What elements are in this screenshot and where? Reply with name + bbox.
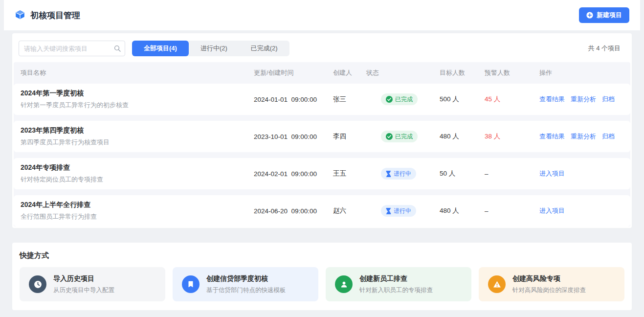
project-name-cell: 2024年上半年全行排查全行范围员工异常行为排查 [21, 201, 254, 221]
clock-icon [29, 275, 46, 293]
status-badge: 已完成 [381, 131, 418, 142]
row-time: 2024-06-20 09:00:00 [254, 207, 333, 215]
shortcut-description: 从历史项目中导入配置 [53, 286, 114, 294]
project-name: 2024年上半年全行排查 [21, 201, 254, 209]
shortcut-card-3[interactable]: 创建高风险专项针对高风险岗位的深度排查 [479, 267, 624, 301]
header-left: 初核项目管理 [15, 10, 80, 21]
row-status-cell: 进行中 [366, 168, 440, 180]
row-actions: 查看结果重新分析归档 [539, 132, 623, 141]
row-time: 2024-01-01 09:00:00 [254, 96, 333, 103]
row-creator: 王五 [333, 169, 366, 178]
table-body: 2024年第一季度初核针对第一季度员工异常行为的初步核查2024-01-01 0… [14, 84, 630, 226]
row-creator: 赵六 [333, 206, 366, 215]
check-circle-icon [386, 133, 393, 140]
filter-tab-0[interactable]: 全部项目(4) [132, 41, 189, 56]
row-time: 2024-02-01 09:00:00 [254, 170, 333, 178]
column-header: 操作 [539, 68, 623, 77]
row-actions: 进入项目 [539, 169, 623, 178]
row-creator: 张三 [333, 95, 366, 104]
shortcut-texts: 创建新员工排查针对新入职员工的专项排查 [359, 274, 433, 294]
project-description: 全行范围员工异常行为排查 [21, 212, 254, 221]
shortcut-grid: 导入历史项目从历史项目中导入配置 创建信贷部季度初核基于信贷部门特点的快速模板 … [20, 267, 624, 301]
column-header: 创建人 [333, 68, 366, 77]
project-name: 2024年第一季度初核 [21, 89, 254, 98]
project-description: 针对特定岗位员工的专项排查 [21, 175, 254, 184]
shortcut-description: 基于信贷部门特点的快速模板 [206, 286, 286, 294]
search-input[interactable] [19, 41, 125, 56]
target-count: 500 人 [440, 95, 485, 104]
action-link[interactable]: 重新分析 [571, 95, 596, 104]
search-icon[interactable] [114, 45, 121, 52]
table-row: 2024年专项排查针对特定岗位员工的专项排查2024-02-01 09:00:0… [14, 158, 630, 189]
check-circle-icon [386, 96, 393, 103]
target-count: 50 人 [440, 169, 485, 178]
page-content: 全部项目(4)进行中(2)已完成(2) 共 4 个项目 项目名称更新/创建时间创… [4, 33, 640, 310]
table-row: 2024年第一季度初核针对第一季度员工异常行为的初步核查2024-01-01 0… [14, 84, 630, 115]
row-time: 2023-10-01 09:00:00 [254, 133, 333, 140]
warning-count: – [485, 207, 539, 215]
project-table: 项目名称更新/创建时间创建人状态目标人数预警人数操作 2024年第一季度初核针对… [14, 62, 630, 226]
table-header-row: 项目名称更新/创建时间创建人状态目标人数预警人数操作 [14, 62, 630, 84]
column-header: 更新/创建时间 [254, 68, 333, 77]
cube-icon [15, 10, 25, 21]
action-link[interactable]: 进入项目 [539, 169, 565, 178]
action-link[interactable]: 归档 [602, 95, 615, 104]
status-badge: 进行中 [381, 168, 416, 180]
new-project-button-label: 新建项目 [597, 11, 622, 20]
column-header: 项目名称 [21, 68, 254, 77]
shortcut-description: 针对高风险岗位的深度排查 [512, 286, 586, 294]
shortcut-card-0[interactable]: 导入历史项目从历史项目中导入配置 [20, 267, 165, 301]
filter-tabs: 全部项目(4)进行中(2)已完成(2) [132, 41, 289, 56]
table-row: 2023年第四季度初核第四季度员工异常行为核查项目2023-10-01 09:0… [14, 121, 630, 152]
target-count: 480 人 [440, 206, 485, 215]
action-link[interactable]: 进入项目 [539, 206, 565, 215]
project-name-cell: 2023年第四季度初核第四季度员工异常行为核查项目 [21, 126, 254, 147]
status-label: 进行中 [394, 170, 411, 178]
project-list-card: 全部项目(4)进行中(2)已完成(2) 共 4 个项目 项目名称更新/创建时间创… [12, 33, 632, 228]
bookmark-icon [182, 275, 200, 293]
shortcut-texts: 创建高风险专项针对高风险岗位的深度排查 [512, 274, 586, 294]
new-project-button[interactable]: 新建项目 [579, 7, 629, 23]
column-header: 状态 [366, 68, 440, 77]
project-name-cell: 2024年专项排查针对特定岗位员工的专项排查 [21, 163, 254, 184]
warning-triangle-icon [488, 275, 506, 293]
row-actions: 查看结果重新分析归档 [539, 95, 623, 104]
column-header: 目标人数 [440, 68, 485, 77]
shortcut-texts: 创建信贷部季度初核基于信贷部门特点的快速模板 [206, 274, 286, 294]
action-link[interactable]: 查看结果 [539, 95, 565, 104]
warning-count: 45 人 [485, 95, 539, 104]
toolbar: 全部项目(4)进行中(2)已完成(2) 共 4 个项目 [14, 35, 630, 62]
shortcut-card-2[interactable]: 创建新员工排查针对新入职员工的专项排查 [326, 267, 471, 301]
hourglass-icon [386, 208, 391, 214]
table-row: 2024年上半年全行排查全行范围员工异常行为排查2024-06-20 09:00… [14, 195, 630, 226]
status-label: 进行中 [394, 207, 411, 215]
hourglass-icon [386, 171, 391, 177]
target-count: 480 人 [440, 132, 485, 141]
status-label: 已完成 [395, 133, 413, 141]
warning-count: – [485, 170, 539, 178]
shortcuts-title: 快捷方式 [20, 251, 624, 260]
row-creator: 李四 [333, 132, 366, 141]
shortcut-description: 针对新入职员工的专项排查 [359, 286, 433, 294]
shortcut-texts: 导入历史项目从历史项目中导入配置 [53, 274, 114, 294]
filter-tab-1[interactable]: 进行中(2) [189, 41, 239, 56]
shortcut-title: 导入历史项目 [53, 274, 114, 283]
action-link[interactable]: 归档 [602, 132, 615, 141]
warning-count: 38 人 [485, 132, 539, 141]
project-name-cell: 2024年第一季度初核针对第一季度员工异常行为的初步核查 [21, 89, 254, 110]
shortcut-title: 创建新员工排查 [359, 274, 433, 283]
action-link[interactable]: 查看结果 [539, 132, 565, 141]
shortcut-title: 创建信贷部季度初核 [206, 274, 286, 283]
shortcuts-section: 快捷方式 导入历史项目从历史项目中导入配置 创建信贷部季度初核基于信贷部门特点的… [12, 243, 632, 310]
status-badge: 已完成 [381, 93, 418, 105]
user-icon [335, 275, 353, 293]
action-link[interactable]: 重新分析 [571, 132, 596, 141]
total-count: 共 4 个项目 [588, 44, 625, 53]
project-name: 2023年第四季度初核 [21, 126, 254, 135]
shortcut-card-1[interactable]: 创建信贷部季度初核基于信贷部门特点的快速模板 [173, 267, 318, 301]
filter-tab-2[interactable]: 已完成(2) [239, 41, 289, 56]
page-title: 初核项目管理 [30, 10, 80, 21]
row-status-cell: 已完成 [366, 131, 440, 142]
row-actions: 进入项目 [539, 206, 623, 215]
status-label: 已完成 [395, 95, 413, 104]
